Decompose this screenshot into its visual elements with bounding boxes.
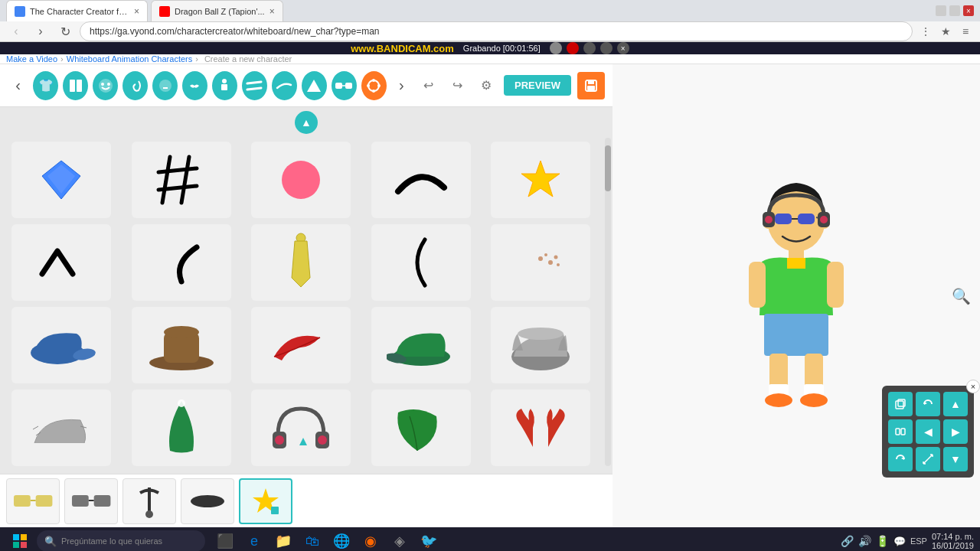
breadcrumb-make-video[interactable]: Make a Video — [6, 54, 57, 64]
tab-close-2[interactable]: × — [270, 6, 275, 17]
taskbar-explorer[interactable]: ⬛ — [211, 527, 239, 551]
svg-rect-81 — [827, 262, 844, 308]
item-grey-bump[interactable] — [11, 390, 111, 466]
redo-button[interactable]: ↪ — [446, 74, 469, 97]
extensions-icon[interactable]: ⋮ — [917, 23, 934, 40]
move-left-button[interactable]: ◀ — [916, 419, 940, 444]
item-blue-cap[interactable] — [11, 307, 111, 383]
preview-button[interactable]: PREVIEW — [504, 75, 571, 96]
item-antlers[interactable] — [491, 390, 590, 466]
category-minus[interactable] — [242, 71, 267, 100]
start-button[interactable] — [6, 527, 34, 551]
tab-character-creator[interactable]: The Character Creator fro... × — [6, 0, 148, 21]
next-category-arrow[interactable]: › — [391, 73, 412, 98]
battery-icon: 🔋 — [876, 535, 889, 547]
category-shirt[interactable]: 👕 — [33, 71, 58, 100]
forward-button[interactable]: › — [31, 21, 51, 41]
svg-line-9 — [247, 82, 261, 83]
item-star[interactable] — [491, 142, 590, 218]
item-diamond[interactable] — [11, 142, 111, 218]
item-bracket[interactable] — [371, 224, 471, 301]
browser-frame: The Character Creator fro... × Dragon Ba… — [0, 0, 980, 551]
category-hat[interactable] — [302, 71, 327, 100]
svg-marker-11 — [307, 80, 321, 92]
nav-bar: ‹ › ↻ https://ga.vyond.com/charactercrea… — [0, 21, 980, 42]
save-button[interactable] — [577, 72, 605, 99]
item-curved-line[interactable] — [371, 142, 471, 218]
taskbar-app1[interactable]: ◉ — [357, 527, 384, 551]
item-red-feather[interactable] — [251, 307, 351, 383]
category-body[interactable] — [212, 71, 237, 100]
item-tie[interactable] — [251, 224, 351, 301]
taskbar-app2[interactable]: ◈ — [386, 527, 413, 551]
category-accessory[interactable] — [361, 71, 387, 100]
taskbar-app3[interactable]: 🐦 — [415, 527, 443, 551]
selected-item-1[interactable] — [6, 478, 60, 524]
bandicam-cam-btn[interactable] — [583, 42, 596, 54]
category-ear[interactable] — [122, 71, 148, 100]
category-lips[interactable] — [182, 71, 207, 100]
settings-button[interactable]: ⚙ — [475, 74, 498, 97]
move-down-button[interactable]: ▼ — [943, 447, 968, 471]
star-bookmark-icon[interactable]: ★ — [937, 23, 954, 40]
category-mouth[interactable] — [93, 71, 118, 100]
scroll-up-button[interactable]: ▲ — [295, 111, 318, 134]
item-green-cap[interactable] — [371, 307, 471, 383]
bandicam-pause-btn[interactable] — [550, 42, 562, 54]
taskbar-search[interactable]: 🔍 Pregúntame lo que quieras — [37, 530, 205, 551]
selected-item-2[interactable] — [64, 478, 118, 524]
item-hash-mark[interactable] — [132, 142, 231, 218]
svg-marker-32 — [292, 241, 310, 287]
item-fur-hat[interactable] — [491, 307, 590, 383]
copy-layer-button[interactable] — [888, 392, 913, 416]
bandicam-pen-btn[interactable] — [600, 42, 612, 54]
selected-item-5-star[interactable] — [239, 478, 292, 524]
refresh-button[interactable]: ↻ — [55, 21, 75, 41]
rotate-right-button[interactable] — [888, 447, 913, 471]
undo-button[interactable]: ↩ — [416, 74, 439, 97]
breadcrumb-whiteboard[interactable]: Whiteboard Animation Characters — [67, 54, 192, 64]
bandicam-controls: × — [550, 42, 629, 54]
taskbar-store[interactable]: 🛍 — [299, 527, 326, 551]
item-pink-circle[interactable] — [251, 142, 351, 218]
move-right-button[interactable]: ▶ — [943, 419, 968, 444]
item-freckles[interactable] — [491, 224, 590, 301]
flip-button[interactable] — [888, 419, 913, 444]
scroll-thumb[interactable] — [605, 145, 611, 191]
bandicam-stop-btn[interactable] — [567, 42, 579, 54]
category-sunglasses[interactable] — [332, 71, 357, 100]
bandicam-close-btn[interactable]: × — [617, 42, 629, 54]
item-headphones[interactable] — [251, 390, 351, 466]
svg-rect-92 — [896, 429, 900, 435]
category-face[interactable] — [152, 71, 178, 100]
tab-close-1[interactable]: × — [134, 6, 139, 17]
category-eyebrow[interactable] — [272, 71, 297, 100]
selected-item-4[interactable] — [181, 478, 234, 524]
back-button[interactable]: ‹ — [6, 21, 26, 41]
tab-youtube[interactable]: Dragon Ball Z (Tapion'... × — [151, 0, 283, 21]
rotate-left-button[interactable] — [916, 392, 940, 416]
address-bar[interactable]: https://ga.vyond.com/charactercreator/wh… — [80, 21, 913, 41]
close-btn[interactable]: × — [963, 5, 974, 16]
item-brown-hat[interactable] — [132, 307, 231, 383]
zoom-icon[interactable]: 🔍 — [952, 287, 971, 305]
item-elf-hat[interactable] — [132, 390, 231, 466]
taskbar-chrome[interactable]: 🌐 — [328, 527, 355, 551]
item-swoosh[interactable] — [132, 224, 231, 301]
scale-button[interactable] — [916, 447, 940, 471]
category-pants[interactable] — [63, 71, 88, 100]
notification-icon[interactable]: 💬 — [893, 536, 906, 547]
prev-category-arrow[interactable]: ‹ — [8, 73, 28, 98]
item-green-leaf[interactable] — [371, 390, 471, 466]
selected-item-3[interactable] — [122, 478, 176, 524]
maximize-btn[interactable] — [949, 5, 960, 16]
menu-icon[interactable]: ≡ — [957, 23, 974, 40]
minimize-btn[interactable] — [936, 5, 946, 16]
taskbar-edge[interactable]: e — [240, 527, 268, 551]
close-overlay-button[interactable]: × — [966, 380, 980, 393]
svg-point-17 — [372, 90, 375, 93]
item-chevron[interactable] — [11, 224, 111, 301]
taskbar-files[interactable]: 📁 — [270, 527, 297, 551]
svg-point-15 — [368, 80, 379, 91]
move-up-button[interactable]: ▲ — [943, 392, 968, 416]
